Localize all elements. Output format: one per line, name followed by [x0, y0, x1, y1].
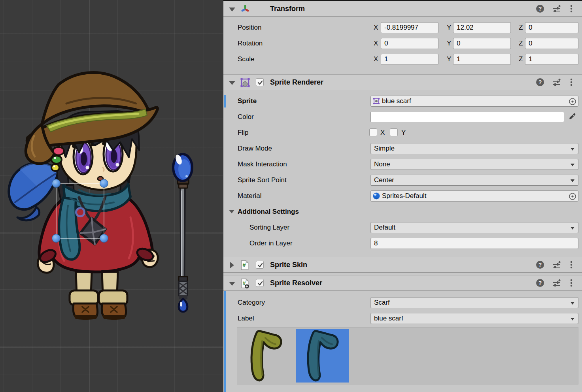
material-label: Material — [238, 190, 261, 202]
category-row: Category Scarf — [223, 297, 582, 308]
script-plus-icon: # — [240, 278, 249, 288]
prefab-override-bar — [224, 275, 226, 392]
rotation-x-field[interactable]: 0 — [381, 38, 438, 49]
component-enabled-checkbox[interactable] — [256, 261, 264, 269]
sprite-staff[interactable] — [173, 154, 192, 311]
svg-text:#: # — [242, 262, 246, 268]
axis-z-label: Z — [519, 38, 523, 49]
scene-viewport[interactable] — [0, 0, 223, 392]
script-icon: # — [240, 260, 249, 270]
kebab-menu-icon[interactable] — [567, 4, 576, 14]
axis-x-label: X — [374, 38, 378, 49]
sprite-character[interactable] — [9, 72, 158, 320]
axis-y-label: Y — [447, 22, 451, 33]
mask-interaction-row: Mask Interaction None — [223, 159, 582, 170]
flip-label: Flip — [238, 127, 248, 138]
sorting-layer-dropdown[interactable]: Default — [370, 222, 578, 233]
green-scarf-thumbnail[interactable] — [239, 329, 293, 383]
sprite-skin-header[interactable]: # Sprite Skin ? — [223, 257, 582, 273]
eyedropper-icon[interactable] — [568, 113, 576, 121]
svg-text:?: ? — [539, 79, 542, 85]
sorting-layer-row: Sorting Layer Default — [223, 222, 582, 233]
component-enabled-checkbox[interactable] — [256, 279, 264, 287]
sprite-object-field[interactable]: blue scarf — [370, 96, 578, 107]
svg-text:?: ? — [539, 280, 542, 286]
presets-icon[interactable] — [552, 260, 561, 270]
foldout-open-icon[interactable] — [229, 210, 234, 213]
order-in-layer-row: Order in Layer 8 — [223, 238, 582, 249]
component-title: Transform — [270, 1, 305, 16]
sprite-sort-point-dropdown[interactable]: Center — [370, 175, 578, 186]
selection-handle-tr[interactable] — [100, 179, 108, 188]
sprite-label: Sprite — [238, 96, 257, 107]
draw-mode-dropdown[interactable]: Simple — [370, 143, 578, 154]
scale-x-field[interactable]: 1 — [381, 54, 438, 65]
flip-y-checkbox[interactable] — [390, 128, 398, 136]
svg-text:?: ? — [539, 262, 542, 268]
transform-icon — [240, 4, 250, 14]
scene-canvas — [0, 0, 223, 392]
material-mini-icon — [372, 192, 380, 200]
flip-x-checkbox[interactable] — [369, 128, 377, 136]
object-picker-icon[interactable] — [568, 192, 577, 201]
kebab-menu-icon[interactable] — [567, 78, 576, 87]
sprite-row: Sprite blue scarf — [223, 96, 582, 107]
scale-y-field[interactable]: 1 — [453, 54, 511, 65]
foldout-open-icon[interactable] — [229, 8, 235, 11]
axis-z-label: Z — [519, 54, 523, 65]
flip-x-label: X — [380, 127, 385, 138]
category-dropdown[interactable]: Scarf — [370, 297, 578, 308]
help-icon[interactable]: ? — [536, 260, 545, 270]
sprite-resolver-header[interactable]: # Sprite Resolver ? — [223, 275, 582, 291]
sprite-sort-point-label: Sprite Sort Point — [238, 175, 287, 186]
axis-y-label: Y — [447, 38, 451, 49]
blue-scarf-thumbnail-selected[interactable] — [296, 329, 349, 383]
rotation-label: Rotation — [238, 38, 263, 49]
color-label: Color — [238, 111, 254, 122]
selection-handle-bl[interactable] — [52, 234, 60, 243]
presets-icon[interactable] — [552, 4, 561, 14]
scale-label: Scale — [238, 54, 255, 65]
position-x-field[interactable]: -0.8199997 — [381, 22, 438, 33]
rotation-row: Rotation X 0 Y 0 Z 0 — [223, 38, 582, 49]
axis-x-label: X — [374, 22, 378, 33]
blue-scarf-sprite — [296, 329, 349, 383]
rotation-z-field[interactable]: 0 — [525, 38, 578, 49]
kebab-menu-icon[interactable] — [567, 260, 576, 270]
help-icon[interactable]: ? — [536, 4, 545, 14]
presets-icon[interactable] — [552, 279, 561, 288]
scale-z-field[interactable]: 1 — [525, 54, 578, 65]
legs — [70, 272, 127, 320]
position-z-field[interactable]: 0 — [525, 22, 578, 33]
label-label: Label — [238, 313, 254, 324]
object-picker-icon[interactable] — [568, 97, 577, 106]
mask-interaction-dropdown[interactable]: None — [370, 159, 578, 170]
color-swatch[interactable] — [370, 112, 564, 122]
kebab-menu-icon[interactable] — [567, 279, 576, 288]
position-label: Position — [238, 22, 261, 33]
rotation-y-field[interactable]: 0 — [453, 38, 511, 49]
color-row: Color — [223, 111, 582, 122]
material-object-name: Sprites-Default — [382, 192, 426, 200]
svg-text:?: ? — [539, 6, 542, 12]
help-icon[interactable]: ? — [536, 78, 545, 87]
sprite-object-name: blue scarf — [382, 97, 411, 105]
transform-header[interactable]: Transform ? — [223, 1, 582, 17]
sprite-renderer-header[interactable]: Sprite Renderer ? — [223, 74, 582, 90]
selection-handle-br[interactable] — [100, 234, 108, 243]
component-enabled-checkbox[interactable] — [256, 78, 264, 86]
selection-handle-tl[interactable] — [52, 179, 60, 188]
position-y-field[interactable]: 12.02 — [453, 22, 511, 33]
foldout-open-icon[interactable] — [229, 282, 235, 286]
additional-settings-title: Additional Settings — [238, 206, 299, 217]
axis-x-label: X — [374, 54, 378, 65]
material-object-field[interactable]: Sprites-Default — [370, 190, 578, 202]
additional-settings-row: Additional Settings — [223, 206, 582, 218]
foldout-collapsed-icon[interactable] — [230, 262, 234, 268]
foldout-open-icon[interactable] — [229, 81, 235, 85]
help-icon[interactable]: ? — [536, 279, 545, 288]
presets-icon[interactable] — [552, 78, 561, 87]
material-row: Material Sprites-Default — [223, 190, 582, 202]
order-in-layer-field[interactable]: 8 — [370, 238, 578, 249]
label-dropdown[interactable]: blue scarf — [370, 313, 578, 324]
